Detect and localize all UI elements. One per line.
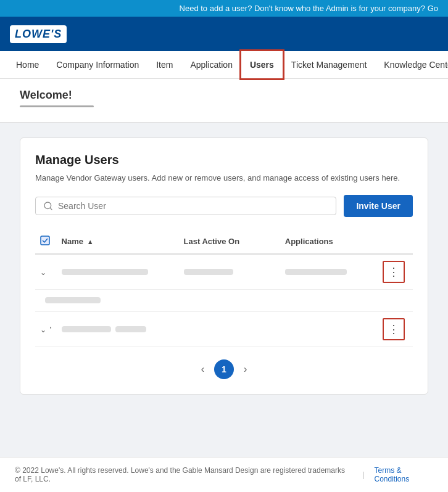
footer: © 2022 Lowe's. All rights reserved. Lowe…: [0, 457, 448, 492]
logo: LOWE'S: [10, 25, 67, 43]
row2-menu-button[interactable]: ⋮: [384, 321, 403, 337]
nav-item-item[interactable]: Item: [147, 51, 181, 78]
table-row: ⌄ ⋮: [35, 254, 413, 290]
nav-item-ticket-management[interactable]: Ticket Management: [283, 51, 375, 78]
apps-skeleton: [285, 269, 347, 275]
current-page: 1: [214, 359, 234, 379]
svg-rect-2: [41, 236, 49, 245]
table-row: ⌄ ' ⋮: [35, 312, 413, 347]
select-all-icon: [40, 236, 50, 245]
manage-users-card: Manage Users Manage Vendor Gateway users…: [20, 137, 428, 395]
row2-lastactive: [179, 312, 280, 347]
prev-page-button[interactable]: ‹: [196, 361, 209, 377]
pagination: ‹ 1 ›: [35, 359, 413, 379]
terms-link[interactable]: Terms & Conditions: [375, 466, 434, 483]
row2-name: [57, 312, 179, 347]
name-skeleton-2b: [115, 326, 146, 332]
manage-users-title: Manage Users: [35, 153, 413, 167]
table-body: ⌄ ⋮: [35, 254, 413, 347]
row2-name-char: ': [50, 325, 51, 334]
row1-menu-button[interactable]: ⋮: [384, 264, 403, 280]
expand-icon[interactable]: ⌄: [40, 268, 46, 277]
search-input[interactable]: [58, 201, 328, 211]
row1-name: [57, 254, 179, 290]
next-page-button[interactable]: ›: [239, 361, 252, 377]
subrow-skeleton: [45, 297, 101, 303]
lastactive-skeleton: [184, 269, 233, 275]
col-name: Name ▲: [57, 229, 179, 254]
table-header: Name ▲ Last Active On Applications: [35, 229, 413, 254]
row1-applications: [280, 254, 378, 290]
row2-expand: ⌄ ': [35, 312, 57, 347]
invite-user-button[interactable]: Invite User: [344, 195, 413, 217]
nav-item-home[interactable]: Home: [7, 51, 48, 78]
search-icon: [43, 201, 53, 211]
actions-highlight-2: ⋮: [383, 318, 405, 340]
row1-expand: ⌄: [35, 254, 57, 290]
name-skeleton-2: [62, 326, 111, 332]
sort-arrow-icon: ▲: [87, 238, 94, 245]
actions-highlight-1: ⋮: [383, 261, 405, 283]
top-banner-text: Need to add a user? Don't know who the A…: [180, 4, 438, 13]
users-table: Name ▲ Last Active On Applications: [35, 229, 413, 347]
nav-item-application[interactable]: Application: [181, 51, 241, 78]
footer-divider: |: [362, 470, 364, 479]
main-content: Manage Users Manage Vendor Gateway users…: [0, 123, 448, 409]
row1-subrow-content: [35, 290, 413, 312]
header: LOWE'S: [0, 17, 448, 51]
main-nav: HomeCompany InformationItemApplicationUs…: [0, 51, 448, 79]
nav-item-knowledge-center[interactable]: Knowledge Center: [375, 51, 448, 78]
col-applications: Applications: [280, 229, 378, 254]
expand-icon[interactable]: ⌄: [40, 326, 46, 334]
name-skeleton: [62, 269, 148, 275]
search-box: [35, 197, 336, 215]
col-check: [35, 229, 57, 254]
row1-actions: ⋮: [378, 254, 413, 290]
manage-users-description: Manage Vendor Gateway users. Add new or …: [35, 173, 413, 182]
welcome-text: Welcome!: [20, 89, 428, 102]
footer-copyright: © 2022 Lowe's. All rights reserved. Lowe…: [15, 466, 352, 483]
row1-lastactive: [179, 254, 280, 290]
nav-item-company-info[interactable]: Company Information: [48, 51, 147, 78]
table-subrow: [35, 290, 413, 312]
search-invite-row: Invite User: [35, 195, 413, 217]
col-last-active: Last Active On: [179, 229, 280, 254]
top-banner: Need to add a user? Don't know who the A…: [0, 0, 448, 17]
welcome-underline: [20, 105, 94, 107]
logo-text: LOWE'S: [15, 28, 62, 40]
svg-line-1: [50, 208, 52, 210]
row2-actions: ⋮: [378, 312, 413, 347]
row2-applications: [280, 312, 378, 347]
welcome-section: Welcome!: [0, 79, 448, 123]
col-actions: [378, 229, 413, 254]
nav-item-users[interactable]: Users: [241, 51, 283, 78]
